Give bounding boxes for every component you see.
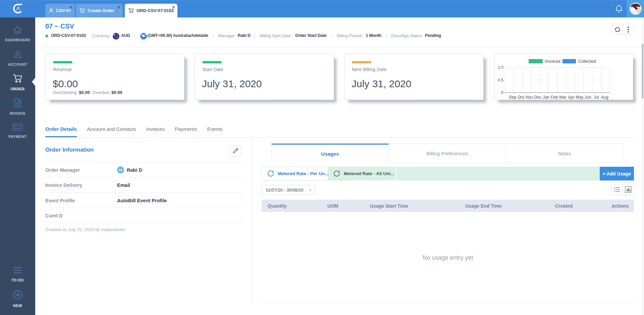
svg-text:Sep: Sep — [509, 95, 516, 100]
svg-text:Feb: Feb — [551, 95, 558, 100]
svg-text:0.5: 0.5 — [498, 78, 503, 83]
svg-text:Apr: Apr — [568, 95, 574, 100]
svg-text:Oct: Oct — [518, 95, 524, 100]
svg-text:Jul: Jul — [594, 95, 599, 100]
svg-text:Aug: Aug — [601, 95, 608, 100]
svg-text:Jan: Jan — [543, 95, 549, 100]
svg-text:Dec: Dec — [534, 95, 541, 100]
svg-text:Jun: Jun — [585, 95, 591, 100]
svg-text:0: 0 — [501, 90, 503, 95]
svg-text:Collected: Collected — [578, 59, 596, 64]
svg-text:Mar: Mar — [559, 95, 567, 100]
svg-text:Invoiced: Invoiced — [545, 59, 560, 64]
svg-text:Nov: Nov — [526, 95, 533, 100]
svg-text:May: May — [576, 95, 584, 100]
svg-text:1.0: 1.0 — [498, 65, 503, 70]
